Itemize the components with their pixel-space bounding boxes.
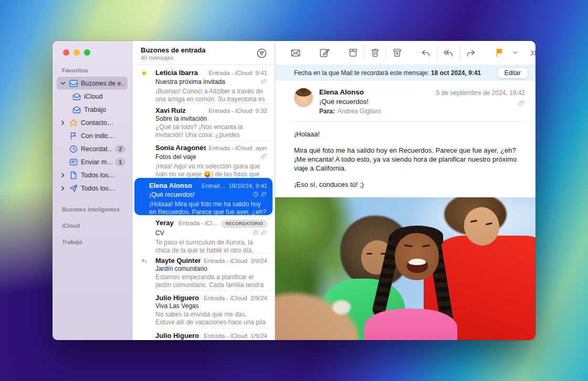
archive-button[interactable] <box>342 45 364 60</box>
message-subject: Nuestra próxima invitada <box>155 78 259 86</box>
message-date: 18/10/24, 9:41 <box>228 183 267 189</box>
sender-name: Julio Higuero <box>155 294 201 302</box>
recipient-name[interactable]: Andrea Gigliani <box>338 108 381 115</box>
photo-attachment[interactable] <box>275 197 536 340</box>
trash-button[interactable] <box>364 45 386 60</box>
body-paragraph: Mira qué foto me ha salido hoy en Recuer… <box>294 146 520 173</box>
sidebar-item-send-later[interactable]: Enviar m… 1 <box>57 155 128 168</box>
sidebar-item-label: Enviar m… <box>81 158 112 166</box>
sidebar-item-icloud-inbox[interactable]: iCloud <box>57 90 128 103</box>
sidebar-item-flagged[interactable]: Con indic… <box>57 129 128 142</box>
message-row-selected[interactable]: Elena Alonso Entrad… 18/10/24, 9:41 ¡Qué… <box>134 178 272 216</box>
message-preview: ¡Hola! Aquí va mi selección (para que Iv… <box>155 163 267 178</box>
message-date: 2/9/24 <box>250 295 267 301</box>
sender-avatar[interactable] <box>294 88 313 107</box>
message-recipients: Para:Andrea Gigliani <box>319 108 430 115</box>
sidebar-item-all-drafts[interactable]: Todos los… <box>57 168 128 182</box>
message-rows: Leticia Ibarra Entrada - iCloud 9:41 Nue… <box>132 65 275 340</box>
smart-mailboxes-header[interactable]: Buzones inteligentes <box>52 206 132 214</box>
close-window-button[interactable] <box>63 49 69 56</box>
reply-button[interactable] <box>415 45 437 61</box>
archive-icon <box>348 47 359 58</box>
chevron-right-icon[interactable] <box>60 173 66 178</box>
message-subject: CV <box>155 229 250 237</box>
paperclip-icon <box>261 190 267 199</box>
message-count: 40 mensajes <box>141 55 256 61</box>
sidebar-item-label: Todos los… <box>81 185 125 192</box>
flag-menu-button[interactable] <box>510 48 520 58</box>
unread-count-badge: 1 <box>115 158 125 166</box>
message-row[interactable]: Mayte Quintero Entrada - iCloud 3/9/24 J… <box>132 253 275 291</box>
sidebar-item-work-inbox[interactable]: Trabajo <box>57 103 128 116</box>
reply-all-button[interactable] <box>437 45 459 61</box>
replied-arrow-icon <box>141 257 154 287</box>
compose-button[interactable] <box>313 45 335 61</box>
reply-icon <box>420 47 432 59</box>
favorites-header: Favoritos <box>52 67 132 75</box>
message-row[interactable]: Leticia Ibarra Entrada - iCloud 9:41 Nue… <box>132 65 275 103</box>
sidebar-item-all-sent[interactable]: Todos los… <box>57 182 128 195</box>
envelope-open-icon <box>71 105 81 114</box>
sidebar-item-label: Todos los… <box>81 172 125 179</box>
message-row[interactable]: Sonia Aragonés Entrada - iCloud ayer Fot… <box>132 140 275 178</box>
star-icon <box>68 118 78 128</box>
send-later-icon <box>68 157 78 167</box>
message-row[interactable]: Yeray Martín Entrada - iCl… RECORDATORIO… <box>132 215 275 253</box>
chevron-right-icon[interactable] <box>60 120 66 125</box>
sender-name: Leticia Ibarra <box>155 69 206 77</box>
sidebar-item-label: Recordat… <box>81 145 112 153</box>
unread-count-badge: 2 <box>115 145 125 153</box>
double-chevron-icon <box>529 48 536 58</box>
trash-icon <box>370 47 381 58</box>
compose-icon <box>319 47 330 59</box>
paper-plane-icon <box>68 184 78 193</box>
chevron-right-icon[interactable] <box>60 186 66 191</box>
chevron-down-icon[interactable] <box>60 81 66 86</box>
flag-button[interactable] <box>489 45 510 60</box>
message-row[interactable]: Julio Higuero Entrada - iCloud 1/9/24 <box>132 328 275 341</box>
chevron-down-icon <box>512 50 518 56</box>
forward-button[interactable] <box>459 45 482 61</box>
message-date: ayer <box>256 145 267 151</box>
mark-unread-button[interactable] <box>285 45 307 61</box>
body-paragraph: ¡Eso sí, conduces tú! ;) <box>294 180 520 189</box>
paperclip-icon[interactable] <box>436 100 525 107</box>
reminder-date: 18 oct 2024, 9:41 <box>431 69 481 77</box>
message-date: 9:41 <box>256 70 267 76</box>
paperclip-icon <box>261 152 267 162</box>
sender-name: Sonia Aragonés <box>155 144 206 152</box>
inbox-tray-icon <box>68 79 78 88</box>
flag-icon <box>494 47 505 58</box>
message-header: Elena Alonso ¡Qué recuerdos! Para:Andrea… <box>275 81 536 121</box>
sidebar-item-reminders[interactable]: Recordat… 2 <box>57 142 128 155</box>
sender-name: Elena Alonso <box>149 182 198 189</box>
message-subject: Sobre la invitación <box>155 115 267 122</box>
sidebar-item-contacts[interactable]: Contacto… <box>57 116 128 129</box>
to-label: Para: <box>319 108 335 115</box>
more-toolbar-items-button[interactable] <box>527 46 536 60</box>
message-list-pane: Buzones de entrada 40 mensajes Leticia I… <box>132 41 275 340</box>
paperclip-icon <box>261 228 267 238</box>
filter-icon[interactable] <box>256 48 267 59</box>
mail-window: Favoritos Buzones de e… iCloud <box>52 41 536 340</box>
sender-name: Mayte Quintero <box>155 257 201 264</box>
message-date: 3/9/24 <box>250 258 267 264</box>
icloud-section-header[interactable]: iCloud <box>52 223 132 230</box>
flag-icon <box>68 131 78 141</box>
sender-name: Xavi Ruiz <box>155 107 206 114</box>
sidebar: Favoritos Buzones de e… iCloud <box>52 41 132 340</box>
zoom-window-button[interactable] <box>84 49 90 56</box>
message-row[interactable]: Julio Higuero Entrada - iCloud 2/9/24 Vi… <box>132 290 275 328</box>
edit-reminder-button[interactable]: Editar <box>497 67 528 79</box>
work-section-header[interactable]: Trabajo <box>52 239 132 246</box>
junk-button[interactable] <box>386 45 408 60</box>
message-subject: Viva Las Vegas <box>155 302 267 310</box>
message-row[interactable]: Xavi Ruiz Entrada - iCloud 9:32 Sobre la… <box>132 103 275 141</box>
minimize-window-button[interactable] <box>74 49 80 56</box>
sender-name: Yeray Martín <box>155 219 175 227</box>
sidebar-item-label: Con indic… <box>81 132 125 140</box>
paperclip-icon <box>261 77 267 87</box>
sidebar-item-inboxes[interactable]: Buzones de e… <box>57 77 128 90</box>
reading-pane: Fecha en la que Mail te recordará este m… <box>275 41 536 340</box>
body-paragraph: ¡Holaaa! <box>294 130 520 139</box>
